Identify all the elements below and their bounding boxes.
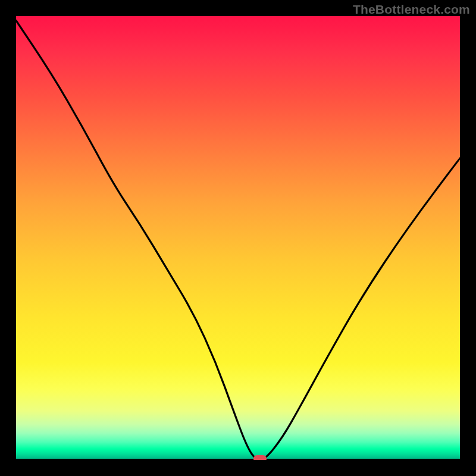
plot-area: [16, 16, 460, 460]
bottleneck-curve: [16, 16, 460, 460]
watermark-text: TheBottleneck.com: [353, 2, 470, 17]
optimal-point-marker: [253, 455, 267, 460]
chart-frame: TheBottleneck.com: [0, 0, 476, 476]
